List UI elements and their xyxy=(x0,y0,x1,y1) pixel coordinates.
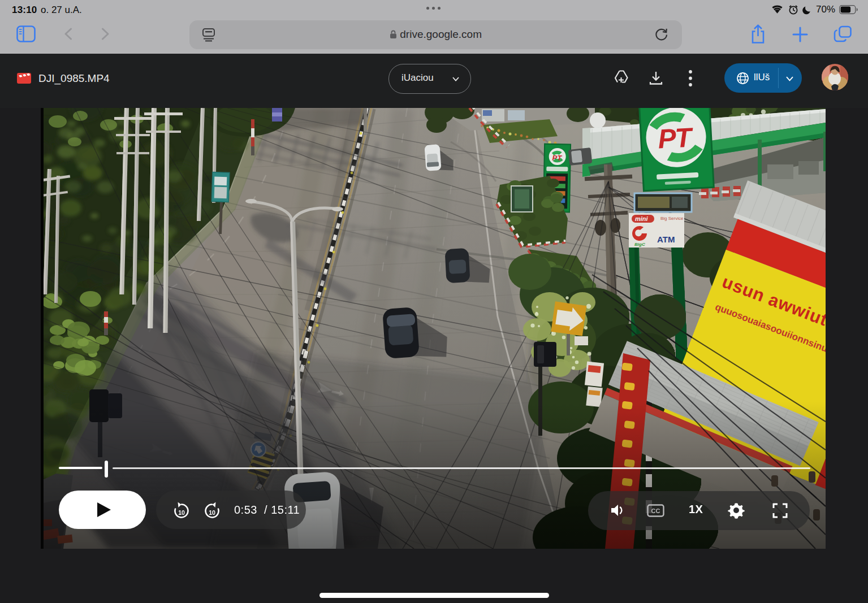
svg-text:CC: CC xyxy=(651,507,660,514)
svg-text:10: 10 xyxy=(209,509,215,516)
svg-text:10: 10 xyxy=(178,509,185,516)
